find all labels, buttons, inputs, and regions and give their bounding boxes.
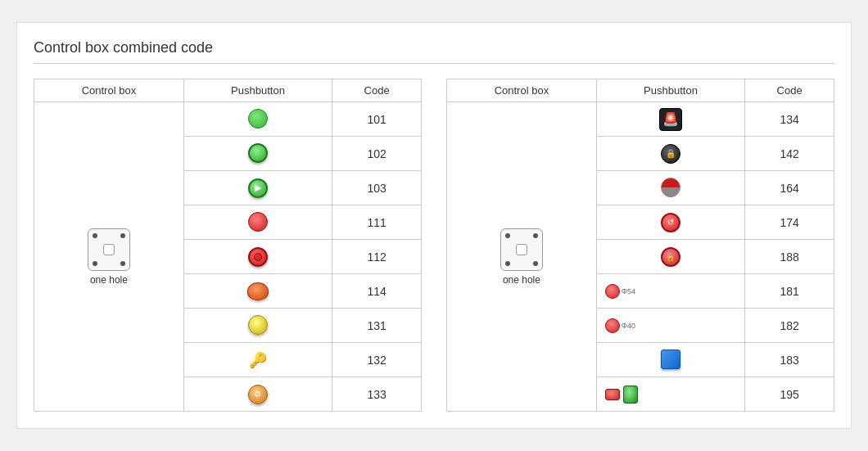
left-header-controlbox: Control box bbox=[34, 79, 184, 102]
right-header-pushbutton: Pushbutton bbox=[596, 79, 744, 102]
btn-red-arrow-icon: ↺ bbox=[659, 211, 682, 234]
btn-green-arrow-icon: ▶ bbox=[246, 177, 269, 200]
pushbutton-cell: Φ40 bbox=[596, 309, 744, 343]
left-control-box-cell: one hole bbox=[34, 102, 184, 412]
code-cell: 132 bbox=[332, 343, 422, 377]
table-row: one hole 🚨 134 bbox=[447, 102, 834, 137]
btn-blue-square-icon bbox=[659, 348, 682, 371]
code-cell: 142 bbox=[745, 137, 834, 171]
btn-blue-square bbox=[661, 350, 680, 369]
right-control-box-img bbox=[500, 228, 543, 271]
btn-green-flat bbox=[248, 109, 268, 129]
selector-circle-40 bbox=[605, 318, 620, 333]
code-cell: 111 bbox=[332, 205, 422, 240]
right-header-controlbox: Control box bbox=[447, 79, 597, 102]
tables-container: Control box Pushbutton Code bbox=[34, 79, 834, 412]
pushbutton-cell bbox=[183, 205, 332, 240]
btn-yellow bbox=[248, 315, 268, 335]
pushbutton-cell bbox=[183, 137, 332, 171]
code-cell: 195 bbox=[745, 377, 834, 412]
page-title: Control box combined code bbox=[34, 39, 834, 64]
pushbutton-cell bbox=[183, 309, 332, 343]
btn-red-half bbox=[661, 178, 680, 197]
code-cell: 103 bbox=[332, 171, 422, 205]
btn-key-icon: 🔑 bbox=[246, 349, 269, 372]
right-table-section: Control box Pushbutton Code bbox=[446, 79, 834, 412]
btn-red-raised-icon bbox=[246, 246, 269, 268]
corner-dot-tr bbox=[533, 233, 538, 238]
selector-label-40: Φ40 bbox=[622, 322, 635, 330]
btn-red-lock-icon: 🔓 bbox=[659, 246, 682, 268]
pushbutton-cell: 🚨 bbox=[596, 102, 744, 137]
corner-dot-tr bbox=[120, 233, 125, 238]
code-cell: 101 bbox=[332, 102, 422, 137]
left-header-code: Code bbox=[332, 79, 422, 102]
btn-orange-key: ⚙ bbox=[248, 385, 268, 404]
corner-dot-br bbox=[120, 261, 125, 266]
corner-dot-br bbox=[533, 261, 538, 266]
btn-emergency-stop-icon: 🚨 bbox=[659, 108, 682, 131]
btn-selector-40: Φ40 bbox=[605, 318, 736, 333]
corner-dot-tl bbox=[93, 233, 97, 238]
pushbutton-cell bbox=[183, 102, 332, 137]
btn-orange-mushroom-icon bbox=[246, 280, 269, 303]
left-table-section: Control box Pushbutton Code bbox=[34, 79, 422, 412]
btn-emergency-stop: 🚨 bbox=[659, 108, 682, 131]
code-cell: 114 bbox=[332, 274, 422, 309]
key-symbol: 🔑 bbox=[249, 351, 267, 369]
btn-red-lock: 🔓 bbox=[661, 247, 680, 267]
center-hole-right bbox=[516, 244, 527, 255]
corner-dot-bl bbox=[505, 261, 510, 266]
code-cell: 134 bbox=[745, 102, 834, 137]
corner-dot-tl bbox=[505, 233, 510, 238]
right-control-box-cell: one hole bbox=[447, 102, 597, 412]
pushbutton-cell: 🔒 bbox=[596, 137, 744, 171]
code-cell: 181 bbox=[745, 274, 834, 309]
btn-combo-red bbox=[605, 389, 620, 400]
code-cell: 174 bbox=[745, 205, 834, 240]
corner-dot-bl bbox=[93, 261, 97, 266]
btn-green-flat-icon bbox=[246, 107, 269, 130]
page-wrapper: Control box combined code Control box Pu… bbox=[16, 22, 852, 429]
code-cell: 102 bbox=[332, 137, 422, 171]
btn-lock-black-icon: 🔒 bbox=[659, 142, 682, 165]
right-control-box-wrapper: one hole bbox=[455, 224, 588, 290]
pushbutton-cell: ⚙ bbox=[183, 377, 332, 412]
btn-red-flat-icon bbox=[246, 210, 269, 233]
pushbutton-cell: 🔓 bbox=[596, 240, 744, 274]
pushbutton-cell bbox=[183, 240, 332, 274]
code-cell: 188 bbox=[745, 240, 834, 274]
left-table: Control box Pushbutton Code bbox=[34, 79, 422, 412]
right-control-box-label: one hole bbox=[503, 274, 540, 286]
right-table: Control box Pushbutton Code bbox=[446, 79, 834, 412]
pushbutton-cell bbox=[183, 274, 332, 309]
pushbutton-cell bbox=[596, 343, 744, 377]
btn-red-half-icon bbox=[659, 176, 682, 199]
pushbutton-cell bbox=[596, 377, 744, 412]
table-row: one hole 101 bbox=[34, 102, 422, 137]
btn-red-raised bbox=[248, 247, 268, 267]
pushbutton-cell bbox=[596, 171, 744, 205]
code-cell: 131 bbox=[332, 309, 422, 343]
code-cell: 133 bbox=[332, 377, 422, 412]
btn-selector-54: Φ54 bbox=[605, 284, 736, 299]
btn-orange-key-icon: ⚙ bbox=[246, 383, 269, 406]
selector-circle-54 bbox=[605, 284, 620, 299]
left-control-box-wrapper: one hole bbox=[43, 224, 175, 290]
pushbutton-cell: ▶ bbox=[183, 171, 332, 205]
btn-green-arrow: ▶ bbox=[248, 178, 268, 198]
code-cell: 182 bbox=[745, 309, 834, 343]
center-hole bbox=[103, 244, 115, 255]
btn-orange-mushroom bbox=[247, 282, 269, 300]
left-header-pushbutton: Pushbutton bbox=[183, 79, 332, 102]
btn-red-flat bbox=[248, 212, 268, 232]
pushbutton-cell: 🔑 bbox=[183, 343, 332, 377]
code-cell: 164 bbox=[745, 171, 834, 205]
right-header-code: Code bbox=[745, 79, 834, 102]
left-control-box-label: one hole bbox=[90, 274, 128, 286]
btn-red-inner bbox=[254, 253, 262, 261]
btn-lock-black: 🔒 bbox=[661, 144, 680, 164]
pushbutton-cell: Φ54 bbox=[596, 274, 744, 309]
btn-green-raised bbox=[248, 143, 268, 163]
btn-combo-green bbox=[623, 386, 638, 404]
